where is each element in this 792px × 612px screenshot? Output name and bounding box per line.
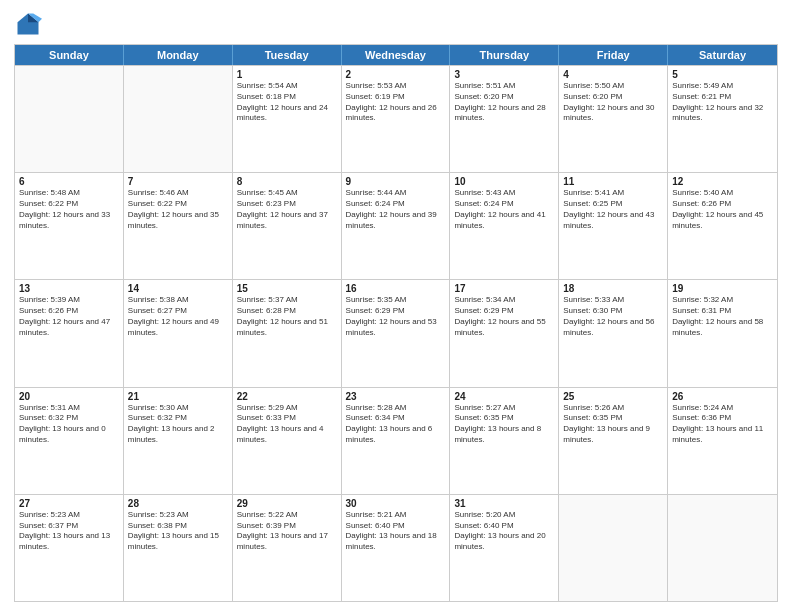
cell-text: Sunrise: 5:48 AM Sunset: 6:22 PM Dayligh… xyxy=(19,188,119,231)
cal-cell: 28Sunrise: 5:23 AM Sunset: 6:38 PM Dayli… xyxy=(124,495,233,601)
cell-text: Sunrise: 5:23 AM Sunset: 6:38 PM Dayligh… xyxy=(128,510,228,553)
logo xyxy=(14,10,46,38)
cal-cell: 19Sunrise: 5:32 AM Sunset: 6:31 PM Dayli… xyxy=(668,280,777,386)
cal-cell: 26Sunrise: 5:24 AM Sunset: 6:36 PM Dayli… xyxy=(668,388,777,494)
day-number: 24 xyxy=(454,391,554,402)
cell-text: Sunrise: 5:32 AM Sunset: 6:31 PM Dayligh… xyxy=(672,295,773,338)
day-number: 17 xyxy=(454,283,554,294)
day-number: 26 xyxy=(672,391,773,402)
header-day-friday: Friday xyxy=(559,45,668,65)
day-number: 18 xyxy=(563,283,663,294)
cal-cell: 31Sunrise: 5:20 AM Sunset: 6:40 PM Dayli… xyxy=(450,495,559,601)
cell-text: Sunrise: 5:34 AM Sunset: 6:29 PM Dayligh… xyxy=(454,295,554,338)
day-number: 13 xyxy=(19,283,119,294)
calendar: SundayMondayTuesdayWednesdayThursdayFrid… xyxy=(14,44,778,602)
cell-text: Sunrise: 5:43 AM Sunset: 6:24 PM Dayligh… xyxy=(454,188,554,231)
day-number: 12 xyxy=(672,176,773,187)
day-number: 22 xyxy=(237,391,337,402)
logo-icon xyxy=(14,10,42,38)
calendar-header-row: SundayMondayTuesdayWednesdayThursdayFrid… xyxy=(15,45,777,65)
cal-cell: 9Sunrise: 5:44 AM Sunset: 6:24 PM Daylig… xyxy=(342,173,451,279)
cal-cell: 21Sunrise: 5:30 AM Sunset: 6:32 PM Dayli… xyxy=(124,388,233,494)
cell-text: Sunrise: 5:21 AM Sunset: 6:40 PM Dayligh… xyxy=(346,510,446,553)
cell-text: Sunrise: 5:20 AM Sunset: 6:40 PM Dayligh… xyxy=(454,510,554,553)
cell-text: Sunrise: 5:24 AM Sunset: 6:36 PM Dayligh… xyxy=(672,403,773,446)
cell-text: Sunrise: 5:35 AM Sunset: 6:29 PM Dayligh… xyxy=(346,295,446,338)
day-number: 19 xyxy=(672,283,773,294)
cal-cell: 27Sunrise: 5:23 AM Sunset: 6:37 PM Dayli… xyxy=(15,495,124,601)
day-number: 9 xyxy=(346,176,446,187)
day-number: 6 xyxy=(19,176,119,187)
cell-text: Sunrise: 5:53 AM Sunset: 6:19 PM Dayligh… xyxy=(346,81,446,124)
cal-cell: 30Sunrise: 5:21 AM Sunset: 6:40 PM Dayli… xyxy=(342,495,451,601)
calendar-body: 1Sunrise: 5:54 AM Sunset: 6:18 PM Daylig… xyxy=(15,65,777,601)
cal-cell: 2Sunrise: 5:53 AM Sunset: 6:19 PM Daylig… xyxy=(342,66,451,172)
cell-text: Sunrise: 5:29 AM Sunset: 6:33 PM Dayligh… xyxy=(237,403,337,446)
day-number: 5 xyxy=(672,69,773,80)
cell-text: Sunrise: 5:40 AM Sunset: 6:26 PM Dayligh… xyxy=(672,188,773,231)
cal-cell: 24Sunrise: 5:27 AM Sunset: 6:35 PM Dayli… xyxy=(450,388,559,494)
day-number: 11 xyxy=(563,176,663,187)
week-row-5: 27Sunrise: 5:23 AM Sunset: 6:37 PM Dayli… xyxy=(15,494,777,601)
header-day-sunday: Sunday xyxy=(15,45,124,65)
day-number: 23 xyxy=(346,391,446,402)
cell-text: Sunrise: 5:33 AM Sunset: 6:30 PM Dayligh… xyxy=(563,295,663,338)
day-number: 21 xyxy=(128,391,228,402)
cal-cell: 22Sunrise: 5:29 AM Sunset: 6:33 PM Dayli… xyxy=(233,388,342,494)
cal-cell xyxy=(668,495,777,601)
cal-cell: 8Sunrise: 5:45 AM Sunset: 6:23 PM Daylig… xyxy=(233,173,342,279)
day-number: 27 xyxy=(19,498,119,509)
day-number: 2 xyxy=(346,69,446,80)
week-row-2: 6Sunrise: 5:48 AM Sunset: 6:22 PM Daylig… xyxy=(15,172,777,279)
cal-cell: 5Sunrise: 5:49 AM Sunset: 6:21 PM Daylig… xyxy=(668,66,777,172)
cal-cell: 16Sunrise: 5:35 AM Sunset: 6:29 PM Dayli… xyxy=(342,280,451,386)
cell-text: Sunrise: 5:31 AM Sunset: 6:32 PM Dayligh… xyxy=(19,403,119,446)
cal-cell: 18Sunrise: 5:33 AM Sunset: 6:30 PM Dayli… xyxy=(559,280,668,386)
day-number: 16 xyxy=(346,283,446,294)
header xyxy=(14,10,778,38)
cal-cell: 29Sunrise: 5:22 AM Sunset: 6:39 PM Dayli… xyxy=(233,495,342,601)
week-row-4: 20Sunrise: 5:31 AM Sunset: 6:32 PM Dayli… xyxy=(15,387,777,494)
cell-text: Sunrise: 5:39 AM Sunset: 6:26 PM Dayligh… xyxy=(19,295,119,338)
cal-cell: 3Sunrise: 5:51 AM Sunset: 6:20 PM Daylig… xyxy=(450,66,559,172)
day-number: 28 xyxy=(128,498,228,509)
day-number: 7 xyxy=(128,176,228,187)
cell-text: Sunrise: 5:23 AM Sunset: 6:37 PM Dayligh… xyxy=(19,510,119,553)
cal-cell: 15Sunrise: 5:37 AM Sunset: 6:28 PM Dayli… xyxy=(233,280,342,386)
day-number: 31 xyxy=(454,498,554,509)
cell-text: Sunrise: 5:51 AM Sunset: 6:20 PM Dayligh… xyxy=(454,81,554,124)
cal-cell: 13Sunrise: 5:39 AM Sunset: 6:26 PM Dayli… xyxy=(15,280,124,386)
cal-cell: 6Sunrise: 5:48 AM Sunset: 6:22 PM Daylig… xyxy=(15,173,124,279)
day-number: 29 xyxy=(237,498,337,509)
cal-cell xyxy=(559,495,668,601)
page: SundayMondayTuesdayWednesdayThursdayFrid… xyxy=(0,0,792,612)
cell-text: Sunrise: 5:45 AM Sunset: 6:23 PM Dayligh… xyxy=(237,188,337,231)
day-number: 3 xyxy=(454,69,554,80)
day-number: 1 xyxy=(237,69,337,80)
cal-cell xyxy=(124,66,233,172)
cell-text: Sunrise: 5:22 AM Sunset: 6:39 PM Dayligh… xyxy=(237,510,337,553)
cell-text: Sunrise: 5:54 AM Sunset: 6:18 PM Dayligh… xyxy=(237,81,337,124)
cell-text: Sunrise: 5:46 AM Sunset: 6:22 PM Dayligh… xyxy=(128,188,228,231)
day-number: 10 xyxy=(454,176,554,187)
header-day-thursday: Thursday xyxy=(450,45,559,65)
header-day-monday: Monday xyxy=(124,45,233,65)
cell-text: Sunrise: 5:28 AM Sunset: 6:34 PM Dayligh… xyxy=(346,403,446,446)
cal-cell: 20Sunrise: 5:31 AM Sunset: 6:32 PM Dayli… xyxy=(15,388,124,494)
cal-cell xyxy=(15,66,124,172)
header-day-saturday: Saturday xyxy=(668,45,777,65)
cal-cell: 14Sunrise: 5:38 AM Sunset: 6:27 PM Dayli… xyxy=(124,280,233,386)
cal-cell: 10Sunrise: 5:43 AM Sunset: 6:24 PM Dayli… xyxy=(450,173,559,279)
cell-text: Sunrise: 5:26 AM Sunset: 6:35 PM Dayligh… xyxy=(563,403,663,446)
cal-cell: 11Sunrise: 5:41 AM Sunset: 6:25 PM Dayli… xyxy=(559,173,668,279)
day-number: 30 xyxy=(346,498,446,509)
day-number: 8 xyxy=(237,176,337,187)
cell-text: Sunrise: 5:38 AM Sunset: 6:27 PM Dayligh… xyxy=(128,295,228,338)
day-number: 14 xyxy=(128,283,228,294)
cal-cell: 25Sunrise: 5:26 AM Sunset: 6:35 PM Dayli… xyxy=(559,388,668,494)
header-day-wednesday: Wednesday xyxy=(342,45,451,65)
cal-cell: 7Sunrise: 5:46 AM Sunset: 6:22 PM Daylig… xyxy=(124,173,233,279)
cell-text: Sunrise: 5:44 AM Sunset: 6:24 PM Dayligh… xyxy=(346,188,446,231)
cell-text: Sunrise: 5:30 AM Sunset: 6:32 PM Dayligh… xyxy=(128,403,228,446)
week-row-3: 13Sunrise: 5:39 AM Sunset: 6:26 PM Dayli… xyxy=(15,279,777,386)
